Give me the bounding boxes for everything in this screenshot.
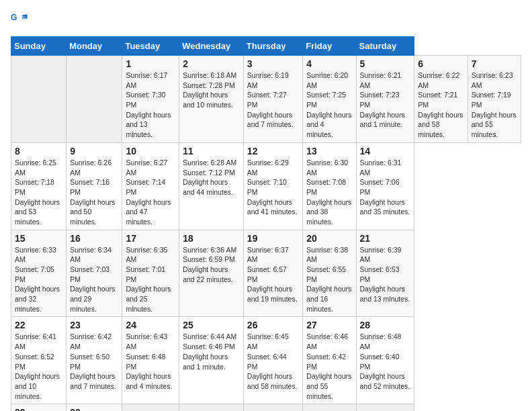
day-number: 19 (247, 233, 299, 244)
day-number: 6 (418, 58, 463, 69)
calendar-cell: 20 Sunrise: 6:38 AMSunset: 6:55 PMDaylig… (303, 230, 356, 317)
calendar-cell: 11 Sunrise: 6:28 AMSunset: 7:12 PMDaylig… (179, 142, 244, 230)
day-info: Sunrise: 6:29 AMSunset: 7:10 PMDaylight … (247, 158, 299, 217)
day-number: 26 (247, 320, 299, 330)
day-number: 17 (126, 233, 175, 244)
day-number: 10 (126, 146, 175, 156)
day-info: Sunrise: 6:42 AMSunset: 6:50 PMDaylight … (70, 332, 118, 391)
day-info: Sunrise: 6:45 AMSunset: 6:44 PMDaylight … (247, 332, 299, 391)
weekday-header-saturday: Saturday (356, 37, 414, 56)
calendar-week-3: 15 Sunrise: 6:33 AMSunset: 7:05 PMDaylig… (11, 230, 521, 317)
calendar-cell (179, 404, 244, 411)
day-number: 11 (183, 146, 240, 156)
weekday-row: SundayMondayTuesdayWednesdayThursdayFrid… (11, 37, 521, 56)
day-info: Sunrise: 6:38 AMSunset: 6:55 PMDaylight … (306, 245, 352, 314)
day-info: Sunrise: 6:17 AMSunset: 7:30 PMDaylight … (126, 71, 175, 140)
day-info: Sunrise: 6:35 AMSunset: 7:01 PMDaylight … (126, 245, 175, 314)
calendar-cell (356, 404, 414, 411)
calendar-header: SundayMondayTuesdayWednesdayThursdayFrid… (11, 37, 521, 56)
calendar-cell: 2 Sunrise: 6:18 AMSunset: 7:28 PMDayligh… (179, 56, 244, 143)
day-info: Sunrise: 6:27 AMSunset: 7:14 PMDaylight … (126, 158, 175, 227)
weekday-header-wednesday: Wednesday (179, 37, 244, 56)
day-number: 20 (306, 233, 352, 244)
calendar-cell: 14 Sunrise: 6:31 AMSunset: 7:06 PMDaylig… (356, 142, 414, 230)
day-number: 23 (70, 320, 118, 330)
calendar-cell: 26 Sunrise: 6:45 AMSunset: 6:44 PMDaylig… (243, 317, 302, 404)
calendar-cell (303, 404, 356, 411)
day-number: 3 (247, 58, 299, 69)
calendar-body: 1 Sunrise: 6:17 AMSunset: 7:30 PMDayligh… (11, 56, 521, 412)
day-number: 5 (360, 58, 411, 69)
day-number: 28 (360, 320, 411, 330)
calendar-cell: 21 Sunrise: 6:39 AMSunset: 6:53 PMDaylig… (356, 230, 414, 317)
calendar-table: SundayMondayTuesdayWednesdayThursdayFrid… (11, 36, 521, 411)
day-info: Sunrise: 6:46 AMSunset: 6:42 PMDaylight … (306, 332, 352, 401)
day-info: Sunrise: 6:18 AMSunset: 7:28 PMDaylight … (183, 71, 240, 110)
calendar-cell: 16 Sunrise: 6:34 AMSunset: 7:03 PMDaylig… (66, 230, 122, 317)
day-number: 22 (15, 320, 62, 330)
calendar-cell: 10 Sunrise: 6:27 AMSunset: 7:14 PMDaylig… (122, 142, 179, 230)
day-info: Sunrise: 6:33 AMSunset: 7:05 PMDaylight … (15, 245, 62, 314)
calendar-cell: 12 Sunrise: 6:29 AMSunset: 7:10 PMDaylig… (243, 142, 302, 230)
day-number: 1 (126, 58, 175, 69)
calendar-cell: 8 Sunrise: 6:25 AMSunset: 7:18 PMDayligh… (11, 142, 66, 230)
day-info: Sunrise: 6:34 AMSunset: 7:03 PMDaylight … (70, 245, 118, 314)
day-info: Sunrise: 6:23 AMSunset: 7:19 PMDaylight … (472, 71, 517, 140)
day-number: 25 (183, 320, 240, 330)
calendar-cell: 13 Sunrise: 6:30 AMSunset: 7:08 PMDaylig… (303, 142, 356, 230)
day-info: Sunrise: 6:28 AMSunset: 7:12 PMDaylight … (183, 158, 240, 197)
day-info: Sunrise: 6:48 AMSunset: 6:40 PMDaylight … (360, 332, 411, 391)
calendar-cell: 27 Sunrise: 6:46 AMSunset: 6:42 PMDaylig… (303, 317, 356, 404)
day-info: Sunrise: 6:36 AMSunset: 6:59 PMDaylight … (183, 245, 240, 285)
day-info: Sunrise: 6:44 AMSunset: 6:46 PMDaylight … (183, 332, 240, 371)
day-number: 12 (247, 146, 299, 156)
day-number: 14 (360, 146, 411, 156)
day-info: Sunrise: 6:26 AMSunset: 7:16 PMDaylight … (70, 158, 118, 227)
logo: G (11, 11, 32, 30)
day-number: 9 (70, 146, 118, 156)
day-number: 13 (306, 146, 352, 156)
calendar-cell: 5 Sunrise: 6:21 AMSunset: 7:23 PMDayligh… (356, 56, 414, 143)
calendar-cell (243, 404, 302, 411)
day-number: 8 (15, 146, 62, 156)
calendar-cell: 29 Sunrise: 6:49 AMSunset: 6:39 PMDaylig… (11, 404, 66, 411)
day-info: Sunrise: 6:31 AMSunset: 7:06 PMDaylight … (360, 158, 411, 217)
day-info: Sunrise: 6:43 AMSunset: 6:48 PMDaylight … (126, 332, 175, 391)
calendar-week-4: 22 Sunrise: 6:41 AMSunset: 6:52 PMDaylig… (11, 317, 521, 404)
calendar-cell: 30 Sunrise: 6:50 AMSunset: 6:37 PMDaylig… (66, 404, 122, 411)
day-number: 18 (183, 233, 240, 244)
day-info: Sunrise: 6:22 AMSunset: 7:21 PMDaylight … (418, 71, 463, 140)
calendar-cell: 25 Sunrise: 6:44 AMSunset: 6:46 PMDaylig… (179, 317, 244, 404)
calendar-cell: 24 Sunrise: 6:43 AMSunset: 6:48 PMDaylig… (122, 317, 179, 404)
logo-icon: G (11, 11, 30, 30)
calendar-cell: 3 Sunrise: 6:19 AMSunset: 7:27 PMDayligh… (243, 56, 302, 143)
calendar-cell: 18 Sunrise: 6:36 AMSunset: 6:59 PMDaylig… (179, 230, 244, 317)
weekday-header-monday: Monday (66, 37, 122, 56)
day-number: 4 (306, 58, 352, 69)
day-number: 15 (15, 233, 62, 244)
day-info: Sunrise: 6:21 AMSunset: 7:23 PMDaylight … (360, 71, 411, 130)
day-info: Sunrise: 6:41 AMSunset: 6:52 PMDaylight … (15, 332, 62, 401)
calendar-cell: 1 Sunrise: 6:17 AMSunset: 7:30 PMDayligh… (122, 56, 179, 143)
weekday-header-sunday: Sunday (11, 37, 66, 56)
weekday-header-thursday: Thursday (243, 37, 302, 56)
calendar-cell (66, 56, 122, 143)
calendar-cell: 17 Sunrise: 6:35 AMSunset: 7:01 PMDaylig… (122, 230, 179, 317)
calendar-week-5: 29 Sunrise: 6:49 AMSunset: 6:39 PMDaylig… (11, 404, 521, 411)
day-number: 27 (306, 320, 352, 330)
calendar-cell: 28 Sunrise: 6:48 AMSunset: 6:40 PMDaylig… (356, 317, 414, 404)
day-number: 24 (126, 320, 175, 330)
svg-text:G: G (11, 13, 17, 22)
day-info: Sunrise: 6:39 AMSunset: 6:53 PMDaylight … (360, 245, 411, 304)
day-number: 7 (472, 58, 517, 69)
calendar-cell: 19 Sunrise: 6:37 AMSunset: 6:57 PMDaylig… (243, 230, 302, 317)
weekday-header-tuesday: Tuesday (122, 37, 179, 56)
day-info: Sunrise: 6:37 AMSunset: 6:57 PMDaylight … (247, 245, 299, 304)
calendar-cell: 6 Sunrise: 6:22 AMSunset: 7:21 PMDayligh… (414, 56, 468, 143)
day-info: Sunrise: 6:30 AMSunset: 7:08 PMDaylight … (306, 158, 352, 227)
calendar-cell: 7 Sunrise: 6:23 AMSunset: 7:19 PMDayligh… (468, 56, 521, 143)
weekday-header-friday: Friday (303, 37, 356, 56)
day-number: 16 (70, 233, 118, 244)
calendar-cell: 23 Sunrise: 6:42 AMSunset: 6:50 PMDaylig… (66, 317, 122, 404)
calendar-cell: 15 Sunrise: 6:33 AMSunset: 7:05 PMDaylig… (11, 230, 66, 317)
